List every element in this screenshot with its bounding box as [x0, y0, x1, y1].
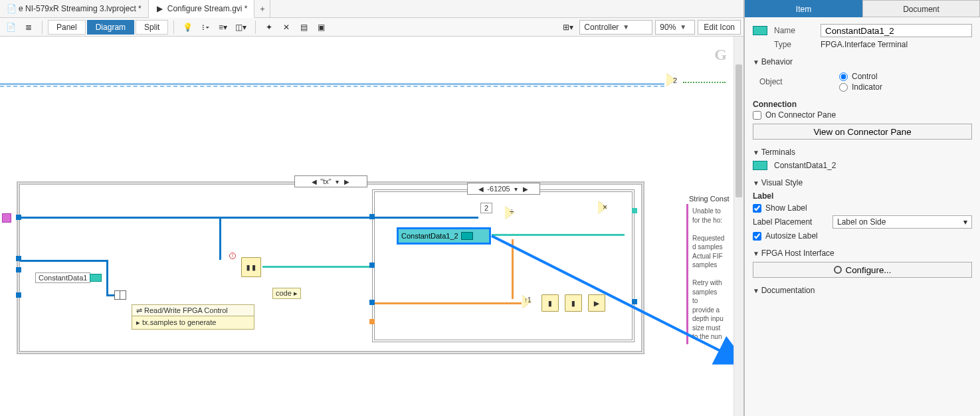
grid-icon[interactable]: ▤ — [296, 19, 312, 35]
error-dot-icon: ! — [229, 253, 236, 259]
code-node[interactable]: code ▸ — [272, 288, 301, 299]
type-value: FPGA.Interface Terminal — [821, 40, 908, 49]
tab-project-label: e NI-579xR Streaming 3.lvproject * — [19, 4, 142, 13]
constantdata1-terminal[interactable] — [90, 274, 102, 282]
tab-gvi[interactable]: ▶ Configure Stream.gvi * — [149, 0, 255, 18]
divide-icon: ÷ — [510, 207, 514, 217]
chevron-down-icon: ▾ — [963, 217, 967, 227]
arrow-right-icon[interactable]: ▶ — [343, 178, 350, 185]
label-placement-label: Label Placement — [753, 217, 833, 227]
visual-header[interactable]: Visual Style — [753, 178, 972, 187]
gear-icon — [834, 266, 842, 274]
distribute-icon[interactable]: ≡▾ — [215, 19, 231, 35]
show-label-check[interactable]: Show Label — [753, 203, 972, 213]
documentation-header[interactable]: Documentation — [753, 286, 972, 295]
vertical-scrollbar[interactable] — [734, 37, 743, 416]
outer-case-selector[interactable]: ◀ "tx" ▾ ▶ — [294, 175, 367, 187]
node-a[interactable]: ▮ — [541, 294, 559, 312]
zoom-select[interactable]: 90%▼ — [655, 20, 695, 35]
group-icon[interactable]: ◫▾ — [232, 19, 250, 35]
node-b[interactable]: ▮ — [565, 294, 582, 312]
terminals-header[interactable]: Terminals — [753, 148, 972, 157]
file-icon[interactable]: 📄 — [3, 19, 19, 35]
layout-icon[interactable]: ⊞▾ — [559, 19, 577, 35]
db-icon[interactable]: ≣ — [21, 19, 37, 35]
inspector-panel: Item Document Name Type FPGA.Interface T… — [744, 0, 980, 416]
object-label: Object — [759, 77, 839, 86]
align-icon[interactable]: ⫶▾ — [197, 19, 213, 35]
block-diagram-canvas[interactable]: G 2 ◀ "tx" ▾ ▶ ◀ -61205 ▾ ▶ — [0, 37, 743, 416]
string-const-label: String Const — [686, 194, 732, 203]
terminals-section: Terminals ConstantData1_2 — [753, 148, 972, 170]
view-connector-pane-button[interactable]: View on Connector Pane — [753, 124, 972, 140]
edit-icon-button[interactable]: Edit Icon — [698, 20, 741, 35]
tab-project[interactable]: 📄 e NI-579xR Streaming 3.lvproject * — [0, 0, 149, 18]
clear-icon[interactable]: ✕ — [278, 19, 294, 35]
terminal-icon — [753, 26, 767, 35]
object-control-radio[interactable]: Control — [839, 72, 882, 81]
tab-add[interactable]: ＋ — [254, 0, 270, 18]
blocks-icon[interactable]: ▣ — [313, 19, 329, 35]
cleanup-icon[interactable]: ✦ — [261, 19, 277, 35]
constantdata1-2-terminal[interactable]: ConstantData1_2 — [397, 227, 491, 245]
name-label: Name — [774, 26, 821, 35]
project-icon: 📄 — [7, 4, 16, 13]
mode-diagram[interactable]: Diagram — [87, 20, 134, 35]
cluster-terminal[interactable] — [2, 213, 11, 223]
visual-style-section: Visual Style Label Show Label Label Plac… — [753, 178, 972, 241]
behavior-section: Behavior Object Control Indicator Connec… — [753, 57, 972, 140]
type-label: Type — [774, 40, 821, 49]
inspector-tab-item[interactable]: Item — [745, 0, 862, 17]
document-tabs: 📄 e NI-579xR Streaming 3.lvproject * ▶ C… — [0, 0, 743, 18]
inner-case-selector[interactable]: ◀ -61205 ▾ ▶ — [467, 183, 540, 195]
fpga-host-header[interactable]: FPGA Host Interface — [753, 249, 972, 258]
label-label: Label — [753, 191, 972, 201]
bundle-node[interactable] — [114, 290, 126, 300]
fpga-host-section: FPGA Host Interface Configure... — [753, 249, 972, 278]
tx-samples-property[interactable]: ▸ tx.samples to generate — [132, 316, 254, 330]
arrow-right-icon[interactable]: ▶ — [522, 185, 529, 193]
const-two-top: 2 — [673, 76, 677, 84]
label-placement-select[interactable]: Label on Side▾ — [833, 215, 972, 229]
node-c[interactable]: ▶ — [588, 294, 605, 312]
const-two[interactable]: 2 — [480, 203, 492, 213]
constantdata1-2-label: ConstantData1_2 — [401, 232, 458, 240]
g-watermark: G — [714, 46, 727, 64]
terminal-icon — [461, 232, 473, 240]
terminal-icon — [753, 161, 767, 170]
idea-icon[interactable]: 💡 — [179, 19, 196, 35]
chevron-down-icon: ▼ — [623, 23, 629, 31]
mode-split[interactable]: Split — [136, 20, 168, 35]
outer-case-label: "tx" — [320, 177, 331, 185]
arrow-left-icon[interactable]: ◀ — [478, 185, 484, 193]
constantdata1-label: ConstantData1 — [35, 272, 90, 283]
target-select-label: Controller — [584, 23, 619, 32]
zoom-label: 90% — [660, 23, 676, 32]
configure-button[interactable]: Configure... — [753, 262, 972, 278]
tab-gvi-label: Configure Stream.gvi * — [167, 4, 248, 13]
on-connector-pane-check[interactable]: On Connector Pane — [753, 110, 972, 120]
inspector-tab-document[interactable]: Document — [862, 0, 980, 17]
increment-icon: ↑1 — [524, 296, 532, 304]
terminal-name: ConstantData1_2 — [774, 161, 836, 170]
name-input[interactable] — [821, 24, 972, 37]
chevron-down-icon[interactable]: ▾ — [334, 178, 341, 185]
arrow-left-icon[interactable]: ◀ — [311, 178, 318, 185]
vi-icon: ▶ — [155, 4, 165, 13]
terminal-row[interactable]: ConstantData1_2 — [753, 161, 972, 170]
mode-panel[interactable]: Panel — [48, 20, 86, 35]
chevron-down-icon[interactable]: ▾ — [513, 185, 520, 193]
multiply-icon: × — [603, 203, 607, 212]
target-select[interactable]: Controller▼ — [579, 20, 652, 35]
autosize-label-check[interactable]: Autosize Label — [753, 231, 972, 241]
behavior-header[interactable]: Behavior — [753, 57, 972, 66]
documentation-section: Documentation — [753, 286, 972, 295]
inner-case-structure[interactable]: ◀ -61205 ▾ ▶ — [372, 189, 635, 342]
toolbar: 📄 ≣ Panel Diagram Split 💡 ⫶▾ ≡▾ ◫▾ ✦ ✕ ▤… — [0, 18, 743, 37]
string-const-value: Unable tofor the ho: Requestedd samplesA… — [686, 204, 728, 344]
chevron-down-icon: ▼ — [680, 23, 686, 31]
fifo-node[interactable]: ▮▮ — [241, 257, 261, 277]
connection-label: Connection — [753, 100, 972, 109]
object-indicator-radio[interactable]: Indicator — [839, 82, 882, 92]
inner-case-label: -61205 — [487, 185, 510, 193]
